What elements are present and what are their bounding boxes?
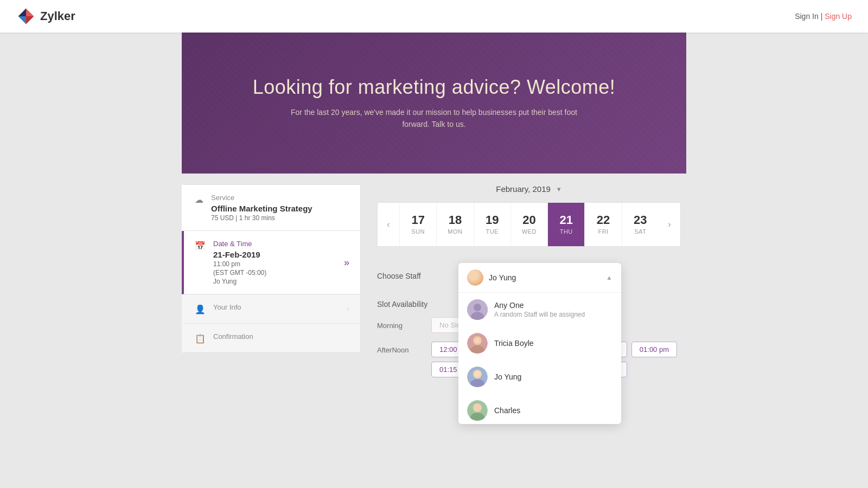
date-next-button[interactable]: › [659,203,680,246]
staff-option-jo-avatar [467,367,488,387]
staff-option-charles-avatar [467,400,488,421]
staff-dropdown[interactable]: Jo Yung ▼ Jo Yung ▲ [458,263,578,289]
hero-title: Looking for marketing advice? Welcome! [253,76,616,99]
step-confirmation-label: Confirmation [213,332,349,341]
choose-staff-label: Choose Staff [377,272,448,280]
logo-text: Zylker [40,9,75,23]
confirmation-icon: 📋 [195,333,206,344]
staff-option-any-name: Any One [494,301,612,310]
header: Zylker Sign In | Sign Up [0,0,868,33]
svg-marker-3 [18,16,26,24]
step-service-content: Service Offline Marketing Strategy 75 US… [211,194,349,222]
booking-panel: February, 2019 ▼ ‹ 17 SUN 18 MON 19 TUE [361,184,686,386]
step-yourinfo-label: Your Info [213,303,339,311]
staff-option-any-one[interactable]: Any One A random Staff will be assigned [458,293,621,326]
signin-link[interactable]: Sign In [795,12,819,21]
date-cell-23[interactable]: 23 SAT [622,203,659,246]
slot-0100pm[interactable]: 01:00 pm [631,342,677,357]
svg-point-12 [475,338,480,343]
staff-option-any-info: Any One A random Staff will be assigned [494,301,612,318]
date-cell-19[interactable]: 19 TUE [474,203,510,246]
date-cell-18[interactable]: 18 MON [436,203,473,246]
steps-panel: ☁ Service Offline Marketing Strategy 75 … [182,184,361,386]
svg-marker-4 [18,9,26,16]
datetime-arrow-icon: » [344,257,349,268]
date-cell-21[interactable]: 21 THU [547,203,584,246]
staff-option-jo-info: Jo Yung [494,373,612,381]
step-datetime-value: 21-Feb-2019 [213,250,336,259]
svg-point-18 [473,403,482,412]
logo[interactable]: Zylker [16,7,75,26]
step-datetime-label: Date & Time [213,240,336,248]
staff-option-tricia[interactable]: Tricia Boyle [458,326,621,360]
staff-option-any-avatar [467,299,488,320]
dropdown-header-name: Jo Yung [489,273,516,282]
hero-subtitle: For the last 20 years, we've made it our… [277,106,591,131]
header-auth: Sign In | Sign Up [795,12,852,21]
step-datetime-content: Date & Time 21-Feb-2019 11:00 pm (EST GM… [213,240,336,285]
yourinfo-arrow-icon: › [346,303,349,314]
main-content: ☁ Service Offline Marketing Strategy 75 … [182,174,686,397]
staff-option-charles-info: Charles [494,406,612,415]
date-prev-button[interactable]: ‹ [378,203,399,246]
choose-staff-row: Choose Staff Jo Yung ▼ Jo Yung [377,263,681,289]
month-selector[interactable]: February, 2019 ▼ [377,184,681,194]
date-cell-17[interactable]: 17 SUN [399,203,436,246]
userinfo-icon: 👤 [195,304,206,314]
svg-point-16 [475,371,480,377]
step-your-info[interactable]: 👤 Your Info › [182,294,361,324]
step-service-subvalue: 75 USD | 1 hr 30 mins [211,214,349,222]
step-service-value: Offline Marketing Strategy [211,204,349,213]
svg-marker-2 [26,9,34,16]
step-confirmation[interactable]: 📋 Confirmation [182,324,361,353]
step-date-time[interactable]: 📅 Date & Time 21-Feb-2019 11:00 pm (EST … [182,231,361,294]
step-service[interactable]: ☁ Service Offline Marketing Strategy 75 … [182,184,361,231]
signup-link[interactable]: Sign Up [825,12,852,21]
afternoon-label: AfterNoon [377,342,420,354]
step-service-label: Service [211,194,349,202]
step-datetime-subvalue2: (EST GMT -05:00) [213,269,336,277]
hero-banner: Looking for marketing advice? Welcome! F… [182,33,686,174]
staff-option-tricia-info: Tricia Boyle [494,339,612,348]
step-yourinfo-content: Your Info [213,303,339,313]
date-cell-22[interactable]: 22 FRI [584,203,621,246]
staff-option-jo[interactable]: Jo Yung [458,360,621,394]
step-confirmation-content: Confirmation [213,332,349,343]
staff-dropdown-menu: Jo Yung ▲ [458,263,621,424]
staff-option-any-sub: A random Staff will be assigned [494,311,612,318]
date-cell-20[interactable]: 20 WED [510,203,547,246]
staff-option-tricia-avatar [467,333,488,354]
morning-label: Morning [377,317,420,330]
staff-option-tricia-name: Tricia Boyle [494,339,612,348]
date-strip: ‹ 17 SUN 18 MON 19 TUE 20 WED [377,202,681,247]
staff-option-charles-name: Charles [494,406,612,415]
svg-point-7 [474,304,481,311]
staff-dropdown-header[interactable]: Jo Yung ▲ [458,263,621,293]
staff-option-jo-name: Jo Yung [494,373,612,381]
month-label: February, 2019 [496,184,551,194]
dropdown-header-avatar [467,269,483,286]
datetime-icon: 📅 [195,241,206,251]
step-datetime-staff: Jo Yung [213,278,336,285]
dropdown-caret-icon: ▲ [606,274,612,281]
month-dropdown-icon: ▼ [556,186,562,192]
service-icon: ☁ [195,195,203,205]
staff-option-charles[interactable]: Charles [458,394,621,424]
svg-marker-5 [26,16,34,24]
step-datetime-subvalue1: 11:00 pm [213,260,336,268]
